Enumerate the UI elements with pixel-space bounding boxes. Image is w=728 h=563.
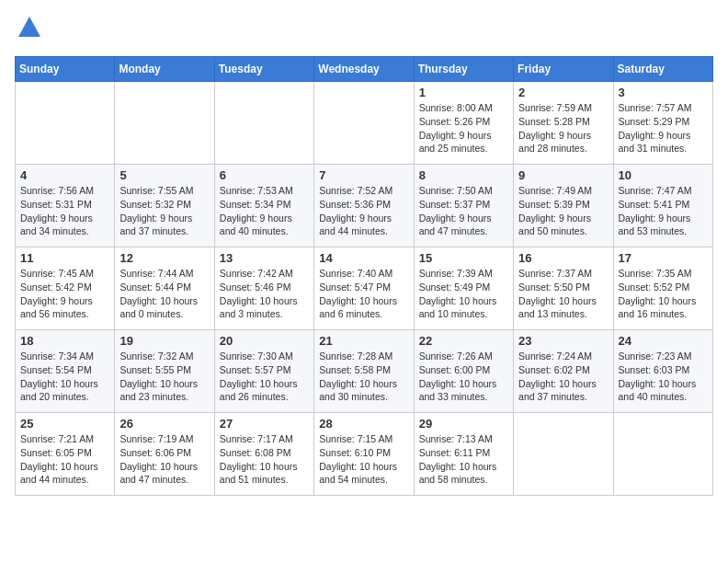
day-info: Sunrise: 7:42 AMSunset: 5:46 PMDaylight:… [220,267,309,321]
day-number: 26 [119,417,209,431]
day-number: 4 [20,168,109,182]
day-info: Sunrise: 7:26 AMSunset: 6:00 PMDaylight:… [419,350,508,404]
calendar-cell [514,413,613,496]
day-number: 16 [518,251,608,265]
calendar-cell: 6Sunrise: 7:53 AMSunset: 5:34 PMDaylight… [214,165,313,247]
day-info: Sunrise: 7:34 AMSunset: 5:54 PMDaylight:… [20,350,109,404]
day-info: Sunrise: 7:53 AMSunset: 5:34 PMDaylight:… [220,184,309,238]
day-number: 6 [220,168,309,182]
calendar-header: SundayMondayTuesdayWednesdayThursdayFrid… [16,57,713,82]
calendar-cell: 24Sunrise: 7:23 AMSunset: 6:03 PMDayligh… [613,330,712,413]
day-info: Sunrise: 7:56 AMSunset: 5:31 PMDaylight:… [20,184,109,238]
day-number: 1 [419,86,508,99]
day-info: Sunrise: 7:28 AMSunset: 5:58 PMDaylight:… [319,350,408,404]
day-number: 14 [319,251,408,265]
day-info: Sunrise: 7:59 AMSunset: 5:28 PMDaylight:… [518,101,608,155]
day-number: 18 [20,334,109,348]
column-header-monday: Monday [115,57,214,82]
calendar-week-1: 1Sunrise: 8:00 AMSunset: 5:26 PMDaylight… [16,82,713,165]
calendar-cell: 28Sunrise: 7:15 AMSunset: 6:10 PMDayligh… [314,413,414,496]
calendar-cell: 1Sunrise: 8:00 AMSunset: 5:26 PMDaylight… [414,82,513,165]
svg-marker-0 [18,17,40,37]
calendar-cell: 23Sunrise: 7:24 AMSunset: 6:02 PMDayligh… [514,330,613,413]
day-number: 2 [518,86,608,99]
calendar-cell: 2Sunrise: 7:59 AMSunset: 5:28 PMDaylight… [514,82,613,165]
day-number: 10 [619,168,708,182]
day-info: Sunrise: 7:44 AMSunset: 5:44 PMDaylight:… [119,267,209,321]
day-info: Sunrise: 7:52 AMSunset: 5:36 PMDaylight:… [319,184,408,238]
day-number: 21 [319,334,408,348]
calendar-cell: 21Sunrise: 7:28 AMSunset: 5:58 PMDayligh… [314,330,414,413]
day-info: Sunrise: 8:00 AMSunset: 5:26 PMDaylight:… [419,101,508,155]
day-info: Sunrise: 7:50 AMSunset: 5:37 PMDaylight:… [419,184,508,238]
calendar-cell: 5Sunrise: 7:55 AMSunset: 5:32 PMDaylight… [115,165,214,247]
calendar-cell: 9Sunrise: 7:49 AMSunset: 5:39 PMDaylight… [514,165,613,247]
calendar-cell: 25Sunrise: 7:21 AMSunset: 6:05 PMDayligh… [16,413,115,496]
day-number: 3 [619,86,708,99]
day-info: Sunrise: 7:35 AMSunset: 5:52 PMDaylight:… [619,267,708,321]
day-info: Sunrise: 7:40 AMSunset: 5:47 PMDaylight:… [319,267,408,321]
calendar-body: 1Sunrise: 8:00 AMSunset: 5:26 PMDaylight… [16,82,713,496]
day-info: Sunrise: 7:24 AMSunset: 6:02 PMDaylight:… [518,350,608,404]
day-number: 12 [119,251,209,265]
day-info: Sunrise: 7:32 AMSunset: 5:55 PMDaylight:… [119,350,209,404]
day-number: 19 [119,334,209,348]
day-info: Sunrise: 7:17 AMSunset: 6:08 PMDaylight:… [220,432,309,487]
column-header-sunday: Sunday [16,57,115,82]
day-number: 9 [518,168,608,182]
day-info: Sunrise: 7:49 AMSunset: 5:39 PMDaylight:… [518,184,608,238]
day-info: Sunrise: 7:21 AMSunset: 6:05 PMDaylight:… [20,432,109,487]
calendar-cell: 18Sunrise: 7:34 AMSunset: 5:54 PMDayligh… [16,330,115,413]
calendar-cell: 13Sunrise: 7:42 AMSunset: 5:46 PMDayligh… [214,247,313,330]
calendar-cell: 8Sunrise: 7:50 AMSunset: 5:37 PMDaylight… [414,165,513,247]
calendar-cell: 12Sunrise: 7:44 AMSunset: 5:44 PMDayligh… [115,247,214,330]
day-info: Sunrise: 7:37 AMSunset: 5:50 PMDaylight:… [518,267,608,321]
calendar-cell [214,82,313,165]
day-number: 15 [419,251,508,265]
day-number: 25 [20,417,109,431]
day-info: Sunrise: 7:23 AMSunset: 6:03 PMDaylight:… [619,350,708,404]
day-info: Sunrise: 7:30 AMSunset: 5:57 PMDaylight:… [220,350,309,404]
day-number: 8 [419,168,508,182]
day-number: 28 [319,417,408,431]
day-number: 23 [518,334,608,348]
column-header-tuesday: Tuesday [214,57,313,82]
calendar-table: SundayMondayTuesdayWednesdayThursdayFrid… [15,56,713,496]
day-info: Sunrise: 7:45 AMSunset: 5:42 PMDaylight:… [20,267,109,321]
calendar-cell: 19Sunrise: 7:32 AMSunset: 5:55 PMDayligh… [115,330,214,413]
calendar-cell [613,413,712,496]
day-number: 5 [119,168,209,182]
day-info: Sunrise: 7:57 AMSunset: 5:29 PMDaylight:… [619,101,708,155]
calendar-cell: 16Sunrise: 7:37 AMSunset: 5:50 PMDayligh… [514,247,613,330]
calendar-cell: 3Sunrise: 7:57 AMSunset: 5:29 PMDaylight… [613,82,712,165]
calendar-cell: 15Sunrise: 7:39 AMSunset: 5:49 PMDayligh… [414,247,513,330]
calendar-cell [115,82,214,165]
page-header [15,15,713,45]
day-info: Sunrise: 7:39 AMSunset: 5:49 PMDaylight:… [419,267,508,321]
day-info: Sunrise: 7:55 AMSunset: 5:32 PMDaylight:… [119,184,209,238]
day-number: 22 [419,334,508,348]
calendar-cell: 29Sunrise: 7:13 AMSunset: 6:11 PMDayligh… [414,413,513,496]
day-info: Sunrise: 7:47 AMSunset: 5:41 PMDaylight:… [619,184,708,238]
calendar-cell: 17Sunrise: 7:35 AMSunset: 5:52 PMDayligh… [613,247,712,330]
calendar-week-2: 4Sunrise: 7:56 AMSunset: 5:31 PMDaylight… [16,165,713,247]
calendar-cell: 11Sunrise: 7:45 AMSunset: 5:42 PMDayligh… [16,247,115,330]
calendar-cell [314,82,414,165]
day-number: 29 [419,417,508,431]
day-info: Sunrise: 7:15 AMSunset: 6:10 PMDaylight:… [319,432,408,487]
calendar-cell: 14Sunrise: 7:40 AMSunset: 5:47 PMDayligh… [314,247,414,330]
calendar-cell: 22Sunrise: 7:26 AMSunset: 6:00 PMDayligh… [414,330,513,413]
day-info: Sunrise: 7:19 AMSunset: 6:06 PMDaylight:… [119,432,209,487]
calendar-week-3: 11Sunrise: 7:45 AMSunset: 5:42 PMDayligh… [16,247,713,330]
calendar-cell [16,82,115,165]
logo [15,15,42,45]
day-info: Sunrise: 7:13 AMSunset: 6:11 PMDaylight:… [419,432,508,487]
day-number: 24 [619,334,708,348]
logo-icon [17,15,42,40]
day-number: 20 [220,334,309,348]
column-header-wednesday: Wednesday [314,57,414,82]
calendar-cell: 20Sunrise: 7:30 AMSunset: 5:57 PMDayligh… [214,330,313,413]
day-number: 13 [220,251,309,265]
column-header-saturday: Saturday [613,57,712,82]
column-header-thursday: Thursday [414,57,513,82]
